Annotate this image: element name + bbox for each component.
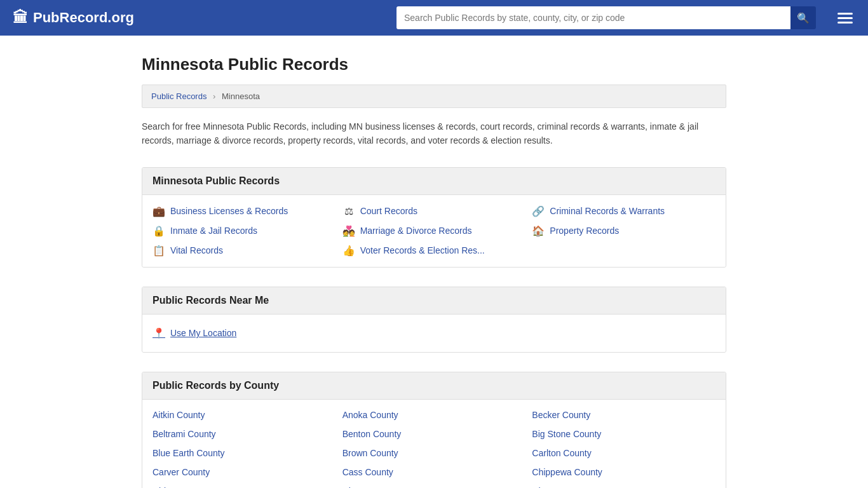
- near-me-section: Public Records Near Me 📍 Use My Location: [142, 287, 726, 353]
- page-description: Search for free Minnesota Public Records…: [142, 119, 726, 148]
- record-icon-5: 🏠: [532, 225, 545, 237]
- breadcrumb-current: Minnesota: [222, 92, 260, 101]
- hamburger-line: [837, 22, 853, 24]
- search-area: 🔍: [397, 6, 816, 29]
- record-label-1: Court Records: [360, 206, 417, 216]
- county-section-body: Aitkin CountyAnoka CountyBecker CountyBe…: [142, 400, 726, 488]
- county-item-1[interactable]: Anoka County: [342, 410, 526, 420]
- county-item-9[interactable]: Carver County: [153, 467, 336, 477]
- record-label-5: Property Records: [550, 226, 619, 236]
- county-item-3[interactable]: Beltrami County: [153, 429, 336, 439]
- county-item-10[interactable]: Cass County: [342, 467, 526, 477]
- site-header: 🏛 PubRecord.org 🔍: [0, 0, 868, 36]
- search-input[interactable]: [397, 6, 790, 29]
- county-item-4[interactable]: Benton County: [342, 429, 526, 439]
- record-icon-4: 💑: [342, 225, 355, 237]
- records-section-heading: Minnesota Public Records: [142, 168, 726, 195]
- near-me-body: 📍 Use My Location: [142, 315, 726, 352]
- breadcrumb: Public Records › Minnesota: [142, 85, 726, 108]
- county-item-7[interactable]: Brown County: [342, 448, 526, 458]
- county-item-6[interactable]: Blue Earth County: [153, 448, 336, 458]
- county-item-2[interactable]: Becker County: [532, 410, 715, 420]
- record-label-3: Inmate & Jail Records: [170, 226, 257, 236]
- record-label-0: Business Licenses & Records: [170, 206, 288, 216]
- record-item-5[interactable]: 🏠Property Records: [532, 225, 715, 237]
- breadcrumb-parent-link[interactable]: Public Records: [151, 92, 207, 101]
- records-section-body: 💼Business Licenses & Records⚖Court Recor…: [142, 195, 726, 267]
- near-me-label: Use My Location: [170, 328, 236, 338]
- record-icon-0: 💼: [153, 205, 165, 217]
- record-icon-2: 🔗: [532, 205, 545, 217]
- record-icon-7: 👍: [342, 245, 355, 257]
- record-label-7: Voter Records & Election Res...: [360, 245, 485, 255]
- county-grid: Aitkin CountyAnoka CountyBecker CountyBe…: [153, 410, 715, 488]
- near-me-heading: Public Records Near Me: [142, 287, 726, 315]
- menu-button[interactable]: [835, 10, 855, 26]
- record-label-6: Vital Records: [170, 245, 223, 255]
- logo-text: PubRecord.org: [33, 10, 134, 26]
- main-content: Minnesota Public Records Public Records …: [129, 36, 739, 488]
- search-icon: 🔍: [797, 12, 810, 24]
- record-item-7[interactable]: 👍Voter Records & Election Res...: [342, 245, 526, 257]
- county-item-0[interactable]: Aitkin County: [153, 410, 336, 420]
- logo-icon: 🏛: [13, 9, 28, 27]
- pin-icon: 📍: [153, 327, 165, 339]
- records-grid: 💼Business Licenses & Records⚖Court Recor…: [153, 205, 715, 257]
- logo-link[interactable]: 🏛 PubRecord.org: [13, 9, 134, 27]
- record-item-0[interactable]: 💼Business Licenses & Records: [153, 205, 336, 217]
- record-icon-3: 🔒: [153, 225, 165, 237]
- record-label-4: Marriage & Divorce Records: [360, 226, 472, 236]
- county-section: Public Records by County Aitkin CountyAn…: [142, 372, 726, 488]
- record-icon-6: 📋: [153, 245, 165, 257]
- hamburger-line: [837, 17, 853, 19]
- record-label-2: Criminal Records & Warrants: [550, 206, 665, 216]
- county-item-11[interactable]: Chippewa County: [532, 467, 715, 477]
- record-item-3[interactable]: 🔒Inmate & Jail Records: [153, 225, 336, 237]
- record-item-2[interactable]: 🔗Criminal Records & Warrants: [532, 205, 715, 217]
- hamburger-line: [837, 13, 853, 15]
- county-section-heading: Public Records by County: [142, 372, 726, 400]
- breadcrumb-separator: ›: [213, 92, 215, 101]
- county-item-5[interactable]: Big Stone County: [532, 429, 715, 439]
- county-item-8[interactable]: Carlton County: [532, 448, 715, 458]
- search-button[interactable]: 🔍: [790, 6, 816, 29]
- use-my-location-link[interactable]: 📍 Use My Location: [153, 325, 715, 342]
- record-item-6[interactable]: 📋Vital Records: [153, 245, 336, 257]
- records-section: Minnesota Public Records 💼Business Licen…: [142, 167, 726, 268]
- record-item-4[interactable]: 💑Marriage & Divorce Records: [342, 225, 526, 237]
- page-title: Minnesota Public Records: [142, 55, 726, 74]
- record-item-1[interactable]: ⚖Court Records: [342, 205, 526, 217]
- record-icon-1: ⚖: [342, 205, 355, 217]
